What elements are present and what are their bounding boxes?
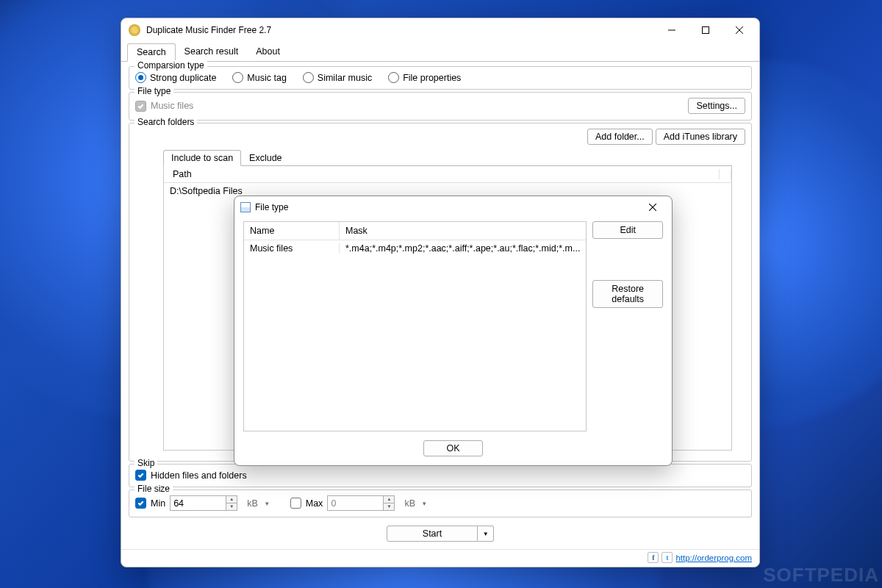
max-value-input[interactable] xyxy=(327,495,383,511)
radio-label: Music tag xyxy=(247,73,287,83)
dialog-close-button[interactable] xyxy=(638,198,667,217)
ok-button[interactable]: OK xyxy=(423,440,482,456)
chevron-down-icon: ▾ xyxy=(423,500,426,507)
music-files-checkbox: Music files xyxy=(135,101,193,112)
tab-search-result[interactable]: Search result xyxy=(176,43,248,61)
radio-label: Similar music xyxy=(318,73,372,83)
tab-search[interactable]: Search xyxy=(127,43,176,62)
tab-about[interactable]: About xyxy=(247,43,289,61)
dialog-side-buttons: Edit Restore defaults xyxy=(592,221,663,431)
checkbox-icon xyxy=(290,498,301,509)
file-type-legend: File type xyxy=(135,86,173,96)
radio-similar-music[interactable]: Similar music xyxy=(303,72,372,83)
hidden-files-checkbox[interactable]: Hidden files and folders xyxy=(135,470,745,481)
checkbox-icon xyxy=(135,101,146,112)
settings-button[interactable]: Settings... xyxy=(688,98,745,114)
skip-legend: Skip xyxy=(135,458,157,468)
dialog-table-header: Name Mask xyxy=(244,222,586,240)
start-row: Start ▼ xyxy=(129,520,752,545)
comparison-type-group: Comparsion type Strong duplicate Music t… xyxy=(129,66,752,90)
minimize-button[interactable] xyxy=(655,19,689,41)
edit-button[interactable]: Edit xyxy=(592,221,663,239)
file-size-legend: File size xyxy=(135,484,173,494)
spin-down-icon[interactable]: ▼ xyxy=(226,503,237,511)
dialog-body: Name Mask Music files *.m4a;*.m4p;*.mp2;… xyxy=(234,218,672,434)
folder-row[interactable]: D:\Softpedia Files xyxy=(170,186,725,196)
folder-tabs: Include to scan Exclude xyxy=(163,147,732,166)
spin-down-icon[interactable]: ▼ xyxy=(384,503,394,511)
dialog-titlebar: File type xyxy=(234,196,672,218)
name-column-header[interactable]: Name xyxy=(244,222,340,240)
spin-up-icon[interactable]: ▲ xyxy=(226,496,237,503)
min-unit-combo[interactable]: kB▾ xyxy=(242,496,274,511)
dialog-table: Name Mask Music files *.m4a;*.m4p;*.mp2;… xyxy=(243,221,587,431)
add-folder-button[interactable]: Add folder... xyxy=(587,129,653,145)
file-type-dialog: File type Name Mask Music files *.m4a;*.… xyxy=(234,196,673,466)
folder-table-header: Path xyxy=(164,166,731,183)
row-name: Music files xyxy=(244,243,340,254)
min-value-input[interactable] xyxy=(170,495,226,511)
mask-column-header[interactable]: Mask xyxy=(340,222,586,240)
max-label: Max xyxy=(306,498,323,509)
start-dropdown-button[interactable]: ▼ xyxy=(478,526,494,542)
search-folders-legend: Search folders xyxy=(135,117,197,127)
start-button[interactable]: Start ▼ xyxy=(387,526,494,542)
dialog-footer: OK xyxy=(234,434,672,465)
dialog-title: File type xyxy=(255,202,288,212)
min-label: Min xyxy=(151,498,165,509)
tab-include[interactable]: Include to scan xyxy=(163,150,241,166)
add-itunes-button[interactable]: Add iTunes library xyxy=(656,129,745,145)
max-unit-combo[interactable]: kB▾ xyxy=(399,496,431,511)
close-button[interactable] xyxy=(723,19,756,41)
min-checkbox[interactable]: Min xyxy=(135,498,165,509)
checkbox-icon xyxy=(135,470,146,481)
maximize-button[interactable] xyxy=(689,19,723,41)
facebook-icon[interactable]: f xyxy=(648,552,659,563)
file-type-group: File type Music files Settings... xyxy=(129,92,752,121)
tab-exclude[interactable]: Exclude xyxy=(241,150,290,165)
dialog-icon xyxy=(240,202,251,212)
window-title: Duplicate Music Finder Free 2.7 xyxy=(146,25,271,35)
titlebar: Duplicate Music Finder Free 2.7 xyxy=(121,18,759,42)
main-tabs: Search Search result About xyxy=(121,43,759,62)
radio-label: File properties xyxy=(403,73,461,83)
comparison-legend: Comparsion type xyxy=(135,60,207,71)
checkbox-label: Music files xyxy=(151,101,193,111)
homepage-link[interactable]: http://orderprog.com xyxy=(675,553,752,562)
checkbox-label: Hidden files and folders xyxy=(151,470,247,481)
twitter-icon[interactable]: t xyxy=(662,552,673,563)
app-icon xyxy=(129,24,140,36)
chevron-down-icon: ▾ xyxy=(265,500,269,507)
spin-up-icon[interactable]: ▲ xyxy=(384,496,394,503)
min-spinner[interactable]: ▲▼ xyxy=(170,495,237,511)
watermark: SOFTPEDIA xyxy=(763,564,879,587)
restore-defaults-button[interactable]: Restore defaults xyxy=(592,280,663,308)
file-size-group: File size Min ▲▼ kB▾ Max ▲▼ xyxy=(129,490,752,517)
checkbox-icon xyxy=(135,498,146,509)
dialog-row[interactable]: Music files *.m4a;*.m4p;*.mp2;*.aac;*.ai… xyxy=(244,240,586,257)
radio-label: Strong duplicate xyxy=(150,73,216,83)
radio-music-tag[interactable]: Music tag xyxy=(232,72,287,83)
svg-rect-1 xyxy=(703,27,709,34)
max-checkbox[interactable]: Max xyxy=(290,498,323,509)
radio-file-properties[interactable]: File properties xyxy=(388,72,461,83)
max-spinner[interactable]: ▲▼ xyxy=(327,495,395,511)
radio-strong-duplicate[interactable]: Strong duplicate xyxy=(135,72,216,83)
path-column-header[interactable]: Path xyxy=(170,169,720,179)
start-button-label[interactable]: Start xyxy=(387,526,478,542)
skip-group: Skip Hidden files and folders xyxy=(129,464,752,487)
footer: f t http://orderprog.com xyxy=(121,549,759,567)
row-mask: *.m4a;*.m4p;*.mp2;*.aac;*.aiff;*.ape;*.a… xyxy=(340,243,586,254)
